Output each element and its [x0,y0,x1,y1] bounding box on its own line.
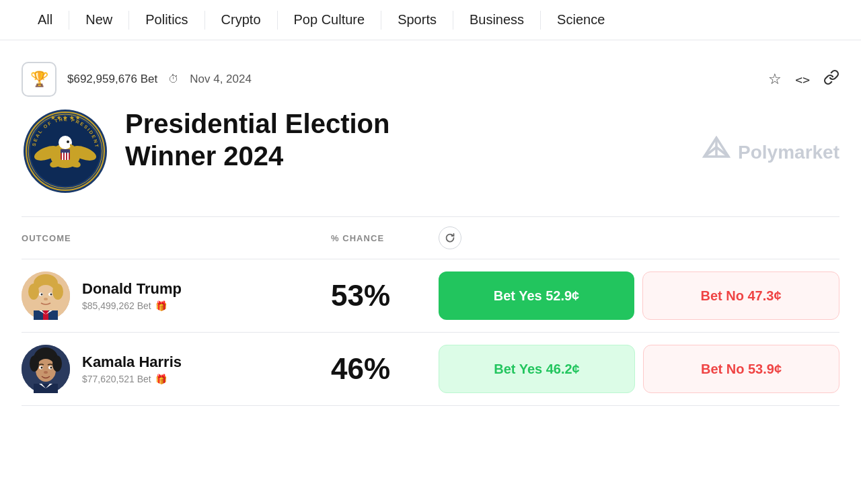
nav-item-pop-culture[interactable]: Pop Culture [278,0,381,40]
svg-point-47 [44,371,48,374]
nav-item-crypto[interactable]: Crypto [205,0,277,40]
trump-details: Donald Trump $85,499,262 Bet 🎁 [82,280,182,311]
nav-item-sports[interactable]: Sports [381,0,453,40]
title-left: ★ ★ ★ ★ ★ SEAL OF THE PRESIDENT OF THE U… [22,108,461,198]
main-content: 🏆 $692,959,676 Bet ⏱ Nov 4, 2024 ☆ <> [0,40,861,406]
trump-bet: $85,499,262 Bet 🎁 [82,300,182,311]
svg-rect-13 [62,153,63,160]
polymarket-label: Polymarket [738,142,839,163]
candidate-info-harris: Kamala Harris $77,620,521 Bet 🎁 [22,345,331,393]
svg-rect-35 [43,310,48,320]
svg-point-41 [30,355,39,372]
harris-gift-icon[interactable]: 🎁 [155,374,167,384]
candidate-info-trump: Donald Trump $85,499,262 Bet 🎁 [22,271,331,320]
market-date: Nov 4, 2024 [190,73,252,86]
svg-point-32 [50,294,52,296]
outcome-header: OUTCOME [22,233,331,243]
table-row: Kamala Harris $77,620,521 Bet 🎁 46% Bet … [22,333,839,406]
harris-chance: 46% [331,352,439,386]
outcomes-table: OUTCOME % CHANCE [22,217,839,406]
clock-icon: ⏱ [168,73,179,85]
embed-button[interactable]: <> [795,73,810,87]
harris-avatar [22,345,70,393]
nav-item-politics[interactable]: Politics [129,0,204,40]
nav-item-business[interactable]: Business [453,0,540,40]
svg-rect-15 [67,153,69,160]
svg-point-42 [52,355,62,372]
chance-header: % CHANCE [331,233,439,243]
svg-rect-14 [65,153,66,160]
harris-bet: $77,620,521 Bet 🎁 [82,374,182,384]
trophy-icon: 🏆 [22,62,57,97]
meta-actions: ☆ <> [768,69,839,89]
presidential-seal: ★ ★ ★ ★ ★ SEAL OF THE PRESIDENT OF THE U… [22,108,109,198]
refresh-button[interactable] [439,226,461,249]
harris-details: Kamala Harris $77,620,521 Bet 🎁 [82,353,182,384]
harris-name: Kamala Harris [82,353,182,371]
trump-chance: 53% [331,279,439,312]
table-header: OUTCOME % CHANCE [22,217,839,259]
svg-point-45 [41,367,43,369]
svg-point-27 [28,284,39,300]
table-row: Donald Trump $85,499,262 Bet 🎁 53% Bet Y… [22,259,839,333]
svg-point-28 [52,284,63,300]
nav-item-all[interactable]: All [22,0,69,40]
trump-bet-yes-button[interactable]: Bet Yes 52.9¢ [439,271,634,320]
trump-gift-icon[interactable]: 🎁 [155,300,167,311]
star-button[interactable]: ☆ [768,71,782,88]
nav-item-science[interactable]: Science [541,0,621,40]
harris-bet-no-button[interactable]: Bet No 53.9¢ [643,345,839,393]
polymarket-logo: Polymarket [702,135,839,171]
total-bet-amount: $692,959,676 Bet [67,73,157,86]
title-row: ★ ★ ★ ★ ★ SEAL OF THE PRESIDENT OF THE U… [22,108,839,198]
trump-avatar [22,271,70,320]
market-title: Presidential Election Winner 2024 [125,108,461,172]
harris-bet-yes-button[interactable]: Bet Yes 46.2¢ [439,345,635,393]
trump-bet-no-button[interactable]: Bet No 47.3¢ [642,271,839,320]
harris-actions: Bet Yes 46.2¢ Bet No 53.9¢ [439,345,839,393]
main-nav: AllNewPoliticsCryptoPop CultureSportsBus… [0,0,861,40]
trump-name: Donald Trump [82,280,182,298]
link-button[interactable] [823,69,839,89]
nav-item-new[interactable]: New [69,0,128,40]
svg-point-31 [41,294,43,296]
trump-actions: Bet Yes 52.9¢ Bet No 47.3¢ [439,271,839,320]
meta-row: 🏆 $692,959,676 Bet ⏱ Nov 4, 2024 ☆ <> [22,62,839,97]
svg-point-8 [67,140,69,143]
svg-point-33 [44,298,48,300]
polymarket-icon [702,135,731,171]
svg-point-46 [50,367,52,369]
